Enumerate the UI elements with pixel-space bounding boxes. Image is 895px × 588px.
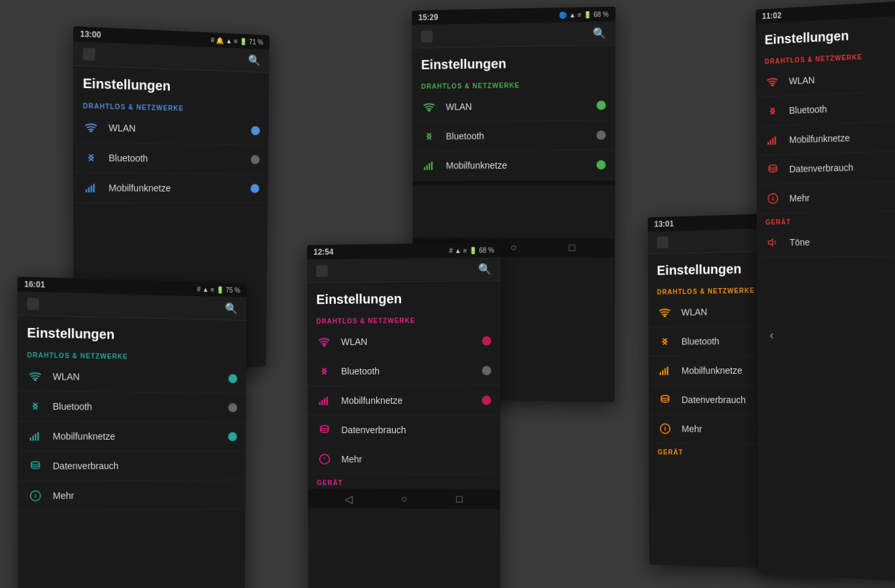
menu-item-mobile-3[interactable]: Mobilfunknetze (308, 385, 500, 416)
menu-item-mobile-6[interactable]: Mobilfunknetze (18, 421, 246, 451)
mobile-toggle-1[interactable] (250, 184, 259, 193)
notif-icon-s3: # (449, 247, 453, 254)
menu-item-mobile-2[interactable]: Mobilfunknetze (412, 150, 615, 180)
search-button-1[interactable]: 🔍 (248, 54, 261, 67)
svg-rect-20 (660, 372, 661, 375)
bluetooth-toggle-6[interactable] (228, 403, 237, 412)
section-label-3: DRAHTLOS & NETZWERKE (307, 311, 500, 328)
app-icon-1 (83, 48, 95, 60)
svg-rect-22 (664, 368, 666, 375)
data-label-3: Datenverbrauch (341, 425, 491, 435)
search-button-6[interactable]: 🔍 (225, 302, 237, 314)
menu-item-bluetooth-6[interactable]: Bluetooth (18, 391, 246, 423)
svg-rect-13 (324, 398, 325, 404)
search-button-2[interactable]: 🔍 (593, 27, 606, 40)
phone-screen-5: 11:02 🔋 Einstellungen DRAHTLOS & NETZWER… (756, 0, 895, 585)
svg-point-32 (769, 165, 777, 169)
wlan-icon-2 (421, 99, 437, 115)
wlan-label-5: WLAN (789, 69, 895, 86)
mobile-toggle-6[interactable] (228, 432, 237, 441)
mobile-toggle-3[interactable] (482, 396, 491, 405)
menu-item-bluetooth-3[interactable]: Bluetooth (308, 356, 501, 387)
menu-item-bluetooth-1[interactable]: Bluetooth (73, 142, 268, 174)
wlan-icon-6 (27, 368, 43, 384)
svg-rect-14 (326, 397, 327, 405)
wlan-toggle-3[interactable] (482, 336, 491, 346)
svg-rect-3 (91, 186, 92, 193)
svg-point-16 (319, 454, 329, 464)
status-icons-6: # ▲ ≡ 🔋 75 % (197, 286, 240, 294)
recents-icon-2[interactable]: □ (569, 242, 576, 253)
time-5: 11:02 (762, 10, 781, 21)
menu-item-more-3[interactable]: Mehr (308, 445, 500, 474)
bluetooth-label-5: Bluetooth (789, 99, 895, 116)
svg-point-24 (661, 395, 669, 398)
wlan-toggle-2[interactable] (596, 101, 606, 110)
more-icon-6 (27, 488, 44, 504)
bluetooth-label-2: Bluetooth (446, 130, 606, 142)
battery-pct-1: 71 % (249, 38, 263, 46)
section-label-2: DRAHTLOS & NETZWERKE (412, 75, 615, 93)
wlan-toggle-1[interactable] (251, 126, 259, 135)
menu-item-bluetooth-2[interactable]: Bluetooth (412, 120, 615, 151)
wifi-icon-s2: ▲ (569, 11, 576, 18)
mobile-toggle-2[interactable] (596, 160, 606, 169)
menu-item-more-6[interactable]: Mehr (18, 480, 245, 511)
data-icon-5 (765, 161, 780, 177)
svg-rect-12 (321, 400, 323, 404)
data-label-6: Datenverbrauch (53, 461, 237, 472)
back-nav-5[interactable]: ‹ (770, 329, 773, 342)
sound-label-5: Töne (790, 235, 895, 248)
svg-rect-29 (770, 140, 771, 145)
bluetooth-icon-2 (421, 129, 437, 144)
bluetooth-toggle-1[interactable] (251, 155, 259, 164)
sig-icon-s2: ≡ (578, 11, 581, 18)
menu-item-wlan-3[interactable]: WLAN (307, 326, 500, 357)
home-icon-3[interactable]: ○ (401, 493, 408, 505)
bluetooth-label-3: Bluetooth (341, 365, 491, 376)
svg-rect-37 (30, 438, 31, 441)
settings-title-2: Einstellungen (412, 45, 615, 78)
svg-marker-35 (768, 239, 773, 246)
wifi-icon: ▲ (226, 37, 233, 44)
menu-item-mobile-1[interactable]: Mobilfunknetze (73, 173, 268, 203)
bluetooth-icon-5 (765, 103, 780, 120)
menu-item-wlan-1[interactable]: WLAN (73, 112, 268, 146)
more-icon-4 (658, 421, 673, 436)
menu-item-more-5[interactable]: Mehr (757, 180, 895, 214)
menu-item-wlan-2[interactable]: WLAN (412, 91, 615, 122)
search-button-3[interactable]: 🔍 (478, 263, 491, 276)
menu-item-data-3[interactable]: Datenverbrauch (308, 416, 500, 445)
home-icon-2[interactable]: ○ (510, 242, 517, 253)
bluetooth-icon-6 (27, 398, 44, 414)
battery-pct-6: 75 % (226, 286, 240, 294)
menu-item-wlan-6[interactable]: WLAN (18, 361, 246, 394)
status-icons-3: # ▲ ≡ 🔋 68 % (449, 246, 494, 254)
back-icon-3[interactable]: ◁ (345, 493, 353, 505)
battery-pct-3: 68 % (479, 246, 494, 253)
svg-point-27 (772, 85, 773, 86)
bluetooth-label-6: Bluetooth (53, 401, 237, 413)
mobile-label-3: Mobilfunknetze (341, 395, 491, 406)
wlan-toggle-6[interactable] (229, 374, 238, 384)
svg-rect-21 (662, 370, 663, 375)
menu-item-data-5[interactable]: Datenverbrauch (757, 150, 895, 185)
app-icon-6 (27, 297, 39, 310)
menu-item-sound-5[interactable]: Töne (757, 226, 895, 257)
time-4: 13:01 (654, 220, 674, 229)
phone-screen-3: 12:54 # ▲ ≡ 🔋 68 % 🔍 Einstellungen DRAHT… (307, 242, 501, 588)
battery-pct-2: 68 % (594, 10, 609, 18)
battery-icon: 🔋 (240, 37, 248, 45)
svg-rect-6 (424, 167, 425, 170)
recents-icon-3[interactable]: □ (456, 493, 463, 505)
bluetooth-toggle-3[interactable] (482, 366, 491, 375)
bluetooth-toggle-2[interactable] (596, 131, 606, 140)
bluetooth-icon-4 (657, 334, 672, 350)
svg-point-36 (35, 380, 36, 381)
data-icon-4 (657, 392, 672, 408)
app-icon-4 (657, 237, 668, 248)
menu-item-data-6[interactable]: Datenverbrauch (18, 451, 246, 482)
wlan-label-1: WLAN (108, 122, 259, 136)
svg-rect-40 (37, 433, 39, 441)
notification-icon: # (211, 36, 215, 43)
